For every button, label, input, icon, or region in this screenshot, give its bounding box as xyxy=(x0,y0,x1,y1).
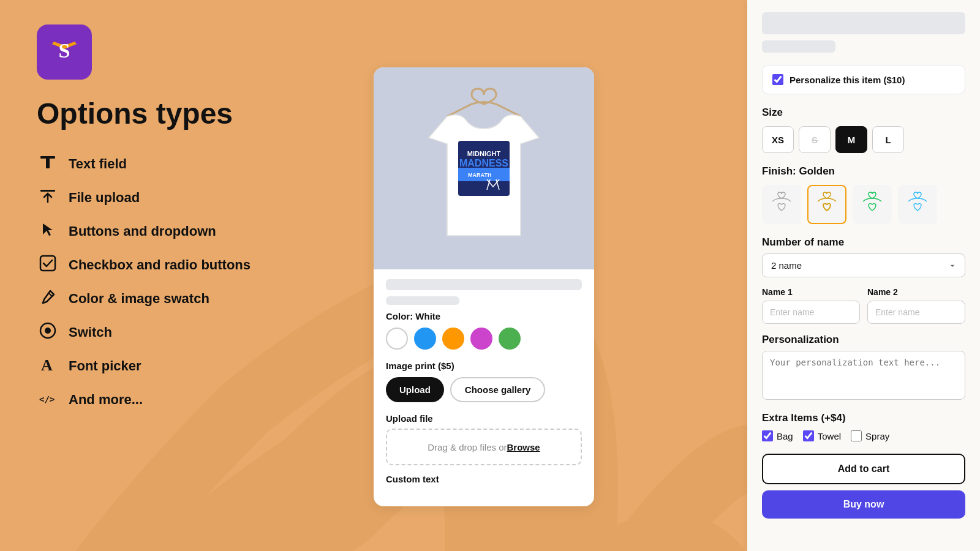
name2-col: Name 2 xyxy=(867,287,965,324)
image-print-label: Image print ($5) xyxy=(386,361,582,371)
spray-checkbox[interactable] xyxy=(851,430,862,441)
name2-input[interactable] xyxy=(867,301,965,324)
svg-text:MIDNIGHT: MIDNIGHT xyxy=(467,150,501,157)
spray-label: Spray xyxy=(865,431,889,441)
svg-point-16 xyxy=(491,170,501,179)
size-label: Size xyxy=(762,107,965,119)
feature-and-more-label: And more... xyxy=(69,392,143,408)
color-swatch-white[interactable] xyxy=(386,328,408,350)
feature-color-swatch: Color & image swatch xyxy=(37,287,318,311)
name-inputs-row: Name 1 Name 2 xyxy=(762,287,965,324)
finish-swatches xyxy=(762,185,965,224)
feature-file-upload-label: File upload xyxy=(69,190,140,206)
feature-font-picker: A Font picker xyxy=(37,354,318,378)
dropzone-text: Drag & drop files or xyxy=(428,442,507,452)
size-m[interactable]: M xyxy=(835,126,867,153)
feature-font-picker-label: Font picker xyxy=(69,358,141,374)
name2-label: Name 2 xyxy=(867,287,965,297)
product-info: Color: White Image print ($5) Upload Cho… xyxy=(374,269,594,494)
personalize-checkbox[interactable] xyxy=(772,74,783,85)
size-xs[interactable]: XS xyxy=(762,126,794,153)
bag-checkbox[interactable] xyxy=(762,430,773,441)
feature-text-field-label: Text field xyxy=(69,156,127,172)
name1-label: Name 1 xyxy=(762,287,860,297)
checkbox-icon xyxy=(37,253,59,277)
finish-label: Finish: Golden xyxy=(762,165,965,178)
number-of-name-label: Number of name xyxy=(762,236,965,249)
towel-checkbox[interactable] xyxy=(803,430,814,441)
color-swatch-orange[interactable] xyxy=(442,328,464,350)
features-list: Text field File upload Buttons and dropd… xyxy=(37,152,318,412)
browse-link[interactable]: Browse xyxy=(507,442,540,452)
size-l[interactable]: L xyxy=(872,126,904,153)
right-panel: Personalize this item ($10) Size XS S M … xyxy=(747,0,980,551)
svg-point-8 xyxy=(45,328,51,334)
image-print-buttons: Upload Choose gallery xyxy=(386,377,582,402)
color-swatch-blue[interactable] xyxy=(414,328,436,350)
feature-buttons-dropdown: Buttons and dropdown xyxy=(37,220,318,244)
add-to-cart-button[interactable]: Add to cart xyxy=(762,454,965,484)
finish-swatch-green[interactable] xyxy=(853,185,892,224)
feature-text-field: Text field xyxy=(37,152,318,176)
svg-rect-5 xyxy=(40,256,55,271)
product-title-skeleton xyxy=(386,279,582,290)
switch-icon xyxy=(37,321,59,345)
code-icon: </> xyxy=(37,388,59,412)
text-field-icon xyxy=(37,152,59,176)
buy-now-button[interactable]: Buy now xyxy=(762,490,965,519)
feature-and-more: </> And more... xyxy=(37,388,318,412)
size-buttons: XS S M L xyxy=(762,126,965,153)
finish-swatch-silver[interactable] xyxy=(762,185,801,224)
svg-text:S: S xyxy=(59,39,70,62)
svg-text:</>: </> xyxy=(39,394,55,404)
choose-gallery-button[interactable]: Choose gallery xyxy=(450,377,546,402)
svg-rect-3 xyxy=(46,159,50,168)
cursor-icon xyxy=(37,220,59,244)
left-panel: S Options types Text field File upload B… xyxy=(0,0,355,437)
product-price-skeleton xyxy=(386,296,459,305)
feature-checkbox-radio-label: Checkbox and radio buttons xyxy=(69,257,251,273)
personalize-label[interactable]: Personalize this item ($10) xyxy=(790,75,905,85)
center-panel: MIDNIGHT MADNESS MARATHON Color: White xyxy=(355,0,612,551)
feature-buttons-dropdown-label: Buttons and dropdown xyxy=(69,223,216,239)
bag-label: Bag xyxy=(777,431,793,441)
extra-items-label: Extra Items (+$4) xyxy=(762,412,965,424)
color-swatch-purple[interactable] xyxy=(470,328,492,350)
svg-text:MADNESS: MADNESS xyxy=(459,158,508,168)
svg-rect-4 xyxy=(40,190,55,192)
feature-switch: Switch xyxy=(37,321,318,345)
name1-col: Name 1 xyxy=(762,287,860,324)
tshirt-image: MIDNIGHT MADNESS MARATHON xyxy=(410,77,557,260)
svg-line-6 xyxy=(48,293,52,296)
font-icon: A xyxy=(37,354,59,378)
product-image-area: MIDNIGHT MADNESS MARATHON xyxy=(374,67,594,269)
feature-color-swatch-label: Color & image swatch xyxy=(69,291,209,307)
product-card: MIDNIGHT MADNESS MARATHON Color: White xyxy=(374,67,594,506)
finish-swatch-blue[interactable] xyxy=(898,185,937,224)
file-upload-icon xyxy=(37,186,59,210)
extra-item-towel[interactable]: Towel xyxy=(803,430,841,441)
towel-label: Towel xyxy=(818,431,841,441)
size-s[interactable]: S xyxy=(799,126,831,153)
upload-button[interactable]: Upload xyxy=(386,377,444,402)
feature-file-upload: File upload xyxy=(37,186,318,210)
color-swatch-green[interactable] xyxy=(499,328,521,350)
name1-input[interactable] xyxy=(762,301,860,324)
feature-checkbox-radio: Checkbox and radio buttons xyxy=(37,253,318,277)
upload-file-label: Upload file xyxy=(386,413,582,424)
finish-swatch-golden[interactable] xyxy=(807,185,846,224)
dropzone[interactable]: Drag & drop files or Browse xyxy=(386,429,582,465)
logo: S xyxy=(37,24,92,80)
personalization-textarea[interactable] xyxy=(762,351,965,400)
page-title: Options types xyxy=(37,98,318,130)
extra-item-spray[interactable]: Spray xyxy=(851,430,889,441)
extra-item-bag[interactable]: Bag xyxy=(762,430,793,441)
color-label: Color: White xyxy=(386,311,582,321)
personalize-checkbox-row[interactable]: Personalize this item ($10) xyxy=(762,65,965,94)
number-of-name-select[interactable]: 1 name 2 name 3 name xyxy=(762,253,965,277)
svg-text:A: A xyxy=(41,356,53,374)
right-skeleton-1 xyxy=(762,12,965,34)
svg-rect-2 xyxy=(40,156,55,159)
personalization-label: Personalization xyxy=(762,334,965,346)
eyedropper-icon xyxy=(37,287,59,311)
